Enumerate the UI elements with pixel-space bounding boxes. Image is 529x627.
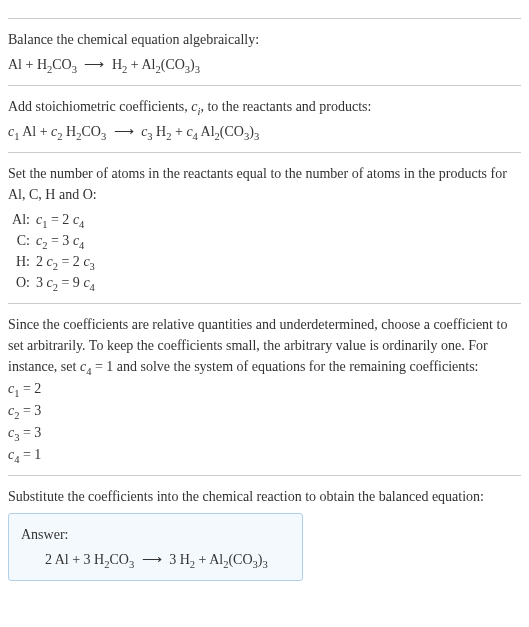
eq-text: = 3 [47,233,72,248]
atom-row: O: 3 c2 = 9 c4 [8,272,521,293]
eq-text: H [63,124,77,139]
title-text: = 1 and solve the system of equations fo… [91,359,478,374]
coeff-value: = 2 [19,381,41,396]
answer-box: Answer: 2 Al + 3 H2CO3 ⟶ 3 H2 + Al2(CO3)… [8,513,303,581]
eq-text: + [171,124,186,139]
coeff-sub: 4 [79,219,84,230]
coeff-sub: 4 [79,240,84,251]
atom-label: O: [8,272,36,293]
unbalanced-equation: Al + H2CO3 ⟶ H2 + Al2(CO3)3 [8,54,521,75]
step-title: Set the number of atoms in the reactants… [8,163,521,205]
eq-sub: 3 [195,64,200,75]
coeff-value: = 1 [19,447,41,462]
eq-sub: 3 [129,559,134,570]
atom-eq: 3 c2 = 9 c4 [36,272,95,293]
arrow-icon: ⟶ [84,57,104,72]
eq-text: (CO [161,57,185,72]
coefficient-solutions: c1 = 2 c2 = 3 c3 = 3 c4 = 1 [8,378,521,465]
eq-text: H [112,57,122,72]
eq-text: 3 [36,275,47,290]
atom-row: Al: c1 = 2 c4 [8,209,521,230]
coeff-solution: c2 = 3 [8,400,521,421]
title-text: , to the reactants and products: [200,99,371,114]
title-text: Add stoichiometric coefficients, [8,99,191,114]
atom-label: H: [8,251,36,272]
arrow-icon: ⟶ [142,552,162,567]
coeff-sub: 3 [90,261,95,272]
coeff-sub: 4 [90,282,95,293]
eq-text: = 2 [58,254,83,269]
eq-sub: 3 [262,559,267,570]
eq-text: CO [81,124,100,139]
atom-label: C: [8,230,36,251]
coeff-equation: c1 Al + c2 H2CO3 ⟶ c3 H2 + c4 Al2(CO3)3 [8,121,521,142]
atom-eq: c1 = 2 c4 [36,209,84,230]
eq-text: 2 [36,254,47,269]
step-title: Balance the chemical equation algebraica… [8,29,521,50]
eq-text: + Al [195,552,223,567]
eq-text: (CO [220,124,244,139]
atom-row: C: c2 = 3 c4 [8,230,521,251]
eq-text: = 9 [58,275,83,290]
coeff-solution: c1 = 2 [8,378,521,399]
coeff-solution: c3 = 3 [8,422,521,443]
eq-text: CO [52,57,71,72]
coeff-value: = 3 [19,425,41,440]
atom-label: Al: [8,209,36,230]
eq-text: 2 Al + 3 H [45,552,104,567]
coeff-value: = 3 [19,403,41,418]
step-add-coefficients: Add stoichiometric coefficients, ci, to … [8,85,521,142]
eq-text: CO [109,552,128,567]
atom-row: H: 2 c2 = 2 c3 [8,251,521,272]
eq-text: (CO [228,552,252,567]
atom-eq: 2 c2 = 2 c3 [36,251,95,272]
eq-sub: 3 [254,131,259,142]
eq-text: = 2 [47,212,72,227]
step-title: Substitute the coefficients into the che… [8,486,521,507]
eq-text: H [153,124,167,139]
answer-label: Answer: [21,524,290,545]
eq-text: Al [198,124,215,139]
step-title: Add stoichiometric coefficients, ci, to … [8,96,521,117]
step-title: Since the coefficients are relative quan… [8,314,521,377]
eq-text: Al + H [8,57,47,72]
eq-sub: 3 [72,64,77,75]
atom-equation-table: Al: c1 = 2 c4 C: c2 = 3 c4 H: 2 c2 = 2 c… [8,209,521,293]
arrow-icon: ⟶ [114,124,134,139]
eq-text: 3 H [169,552,190,567]
step-atom-equations: Set the number of atoms in the reactants… [8,152,521,293]
balanced-equation: 2 Al + 3 H2CO3 ⟶ 3 H2 + Al2(CO3)3 [21,549,290,570]
eq-text: Al + [19,124,51,139]
atom-eq: c2 = 3 c4 [36,230,84,251]
step-solve: Since the coefficients are relative quan… [8,303,521,465]
step-balance: Balance the chemical equation algebraica… [8,18,521,75]
coeff-solution: c4 = 1 [8,444,521,465]
step-answer: Substitute the coefficients into the che… [8,475,521,581]
eq-sub: 3 [101,131,106,142]
eq-text: + Al [127,57,155,72]
